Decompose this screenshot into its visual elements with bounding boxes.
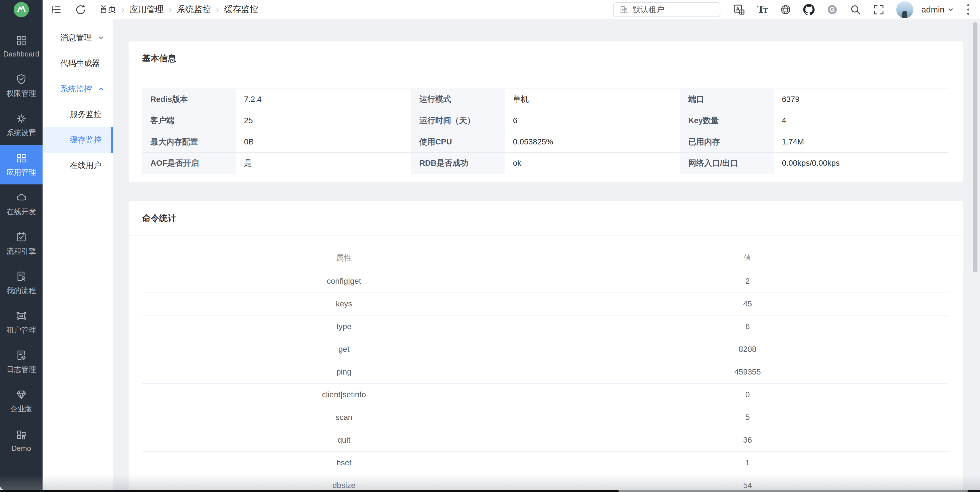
rail-item-my-flows[interactable]: 我的流程 bbox=[0, 263, 43, 303]
info-value: 是 bbox=[236, 153, 411, 174]
rail-item-label: 系统设置 bbox=[6, 128, 36, 138]
svg-text:G: G bbox=[830, 6, 835, 13]
cloud-icon bbox=[16, 192, 27, 203]
rail-item-app-management[interactable]: 应用管理 bbox=[0, 145, 43, 185]
info-value: 4 bbox=[774, 110, 949, 131]
rail-item-enterprise[interactable]: 企业版 bbox=[0, 382, 43, 421]
submenu-label: 消息管理 bbox=[60, 32, 92, 43]
search-icon[interactable] bbox=[850, 4, 861, 15]
fullscreen-icon[interactable] bbox=[873, 4, 885, 15]
submenu-label: 代码生成器 bbox=[60, 58, 100, 68]
basic-info-card: 基本信息 Redis版本 7.2.4 运行模式 单机 端口 6379 bbox=[128, 41, 963, 182]
table-row: type6 bbox=[142, 315, 949, 338]
user-name-label: admin bbox=[921, 5, 945, 14]
info-label: AOF是否开启 bbox=[142, 153, 236, 174]
breadcrumb-app-management[interactable]: 应用管理 bbox=[130, 4, 164, 15]
svg-text:T: T bbox=[763, 6, 768, 14]
command-stats-card: 命令统计 属性 值 config|get2 keys45 type6 get82… bbox=[128, 201, 963, 492]
breadcrumb-separator: › bbox=[216, 4, 219, 15]
rail-item-permissions[interactable]: 权限管理 bbox=[0, 66, 43, 105]
left-rail: Dashboard 权限管理 系统设置 应用管理 在线开发 流程引擎 我的流程 bbox=[0, 0, 43, 490]
rail-item-log-management[interactable]: 日志管理 bbox=[0, 342, 43, 382]
info-label: 运行模式 bbox=[411, 89, 505, 110]
cmd-value: 54 bbox=[546, 474, 950, 492]
top-bar: 首页 › 应用管理 › 系统监控 › 缓存监控 默认租户 A TT G bbox=[43, 0, 980, 19]
rail-item-dashboard[interactable]: Dashboard bbox=[0, 27, 43, 66]
breadcrumb-separator: › bbox=[169, 4, 172, 15]
github-icon[interactable] bbox=[803, 4, 815, 15]
globe-icon[interactable] bbox=[780, 4, 791, 15]
topbar-actions: 默认租户 A TT G admin bbox=[613, 1, 980, 18]
rail-item-tenant-management[interactable]: 租户管理 bbox=[0, 303, 43, 342]
submenu-message-management[interactable]: 消息管理 bbox=[43, 25, 113, 51]
table-row: hset1 bbox=[142, 451, 949, 474]
table-row: client|setinfo0 bbox=[142, 383, 949, 406]
rail-item-label: Dashboard bbox=[3, 49, 39, 59]
cmd-attr: ping bbox=[142, 361, 546, 383]
submenu-service-monitor[interactable]: 服务监控 bbox=[43, 102, 113, 127]
table-row: config|get2 bbox=[142, 270, 949, 293]
gitee-icon[interactable]: G bbox=[827, 4, 838, 15]
chevron-up-icon bbox=[98, 85, 104, 92]
apps-grid-icon bbox=[16, 152, 27, 164]
breadcrumb: 首页 › 应用管理 › 系统监控 › 缓存监控 bbox=[99, 4, 258, 15]
user-menu[interactable]: admin bbox=[921, 5, 954, 14]
rail-item-system-settings[interactable]: 系统设置 bbox=[0, 105, 43, 145]
rail-item-label: 权限管理 bbox=[6, 89, 36, 99]
breadcrumb-home[interactable]: 首页 bbox=[99, 4, 116, 15]
window-bottom-edge bbox=[0, 490, 980, 492]
info-label: 最大内存配置 bbox=[142, 131, 236, 153]
document-check-icon bbox=[16, 350, 27, 361]
translate-icon[interactable]: A bbox=[733, 4, 745, 15]
cmd-value: 1 bbox=[546, 451, 950, 474]
vertical-scrollbar[interactable] bbox=[973, 22, 977, 272]
rail-menu: Dashboard 权限管理 系统设置 应用管理 在线开发 流程引擎 我的流程 bbox=[0, 19, 43, 460]
column-header-value: 值 bbox=[546, 246, 950, 270]
app-logo[interactable] bbox=[0, 0, 43, 19]
table-row: dbsize54 bbox=[142, 474, 949, 492]
calendar-check-icon bbox=[16, 231, 27, 243]
info-label: 运行时间（天） bbox=[411, 110, 505, 131]
rail-item-online-dev[interactable]: 在线开发 bbox=[0, 185, 43, 224]
more-settings-icon[interactable] bbox=[966, 3, 970, 16]
tenant-select[interactable]: 默认租户 bbox=[613, 2, 721, 17]
cmd-attr: keys bbox=[142, 293, 546, 315]
cmd-value: 45 bbox=[546, 293, 950, 315]
info-value: 25 bbox=[236, 110, 411, 131]
gear-icon bbox=[16, 113, 27, 124]
info-value: 1.74M bbox=[774, 131, 949, 153]
info-value: 0B bbox=[236, 131, 411, 153]
user-avatar[interactable] bbox=[896, 1, 913, 18]
rail-item-demo[interactable]: Demo bbox=[0, 421, 43, 460]
submenu-cache-monitor[interactable]: 缓存监控 bbox=[43, 127, 113, 153]
cmd-value: 36 bbox=[546, 429, 950, 451]
cmd-value: 5 bbox=[546, 406, 950, 429]
breadcrumb-system-monitor[interactable]: 系统监控 bbox=[177, 4, 211, 15]
info-label: Key数量 bbox=[680, 110, 774, 131]
submenu-code-generator[interactable]: 代码生成器 bbox=[43, 51, 113, 76]
breadcrumb-separator: › bbox=[121, 4, 124, 15]
content-area: 基本信息 Redis版本 7.2.4 运行模式 单机 端口 6379 bbox=[113, 19, 980, 492]
submenu-online-users[interactable]: 在线用户 bbox=[43, 153, 113, 178]
font-size-icon[interactable]: TT bbox=[757, 4, 768, 15]
table-row: get8208 bbox=[142, 338, 949, 361]
cmd-value: 2 bbox=[546, 270, 950, 293]
cmd-attr: dbsize bbox=[142, 474, 546, 492]
table-row: ping459355 bbox=[142, 361, 949, 383]
cmd-attr: type bbox=[142, 315, 546, 338]
menu-fold-icon[interactable] bbox=[51, 4, 62, 15]
grid-icon bbox=[16, 35, 27, 46]
table-row: Redis版本 7.2.4 运行模式 单机 端口 6379 bbox=[142, 89, 949, 110]
rail-item-label: 流程引擎 bbox=[6, 246, 36, 256]
cmd-value: 459355 bbox=[546, 361, 950, 383]
rail-item-label: Demo bbox=[11, 444, 31, 453]
rail-item-flow-engine[interactable]: 流程引擎 bbox=[0, 224, 43, 263]
refresh-icon[interactable] bbox=[75, 4, 86, 15]
submenu-system-monitor[interactable]: 系统监控 bbox=[43, 76, 113, 102]
cmd-attr: scan bbox=[142, 406, 546, 429]
rail-item-label: 企业版 bbox=[10, 404, 32, 414]
breadcrumb-cache-monitor: 缓存监控 bbox=[224, 4, 258, 15]
rail-item-label: 日志管理 bbox=[6, 365, 36, 374]
document-user-icon bbox=[16, 271, 27, 282]
logo-mountain-icon bbox=[14, 2, 29, 17]
